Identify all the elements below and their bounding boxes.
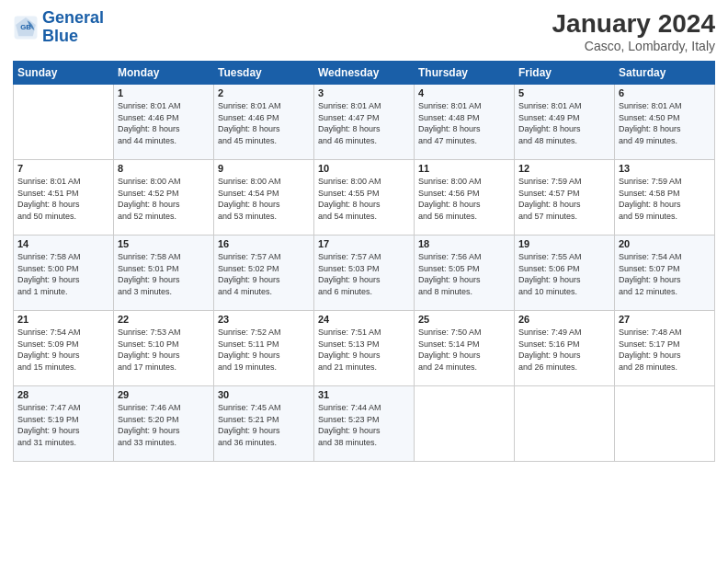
- calendar-cell: 24Sunrise: 7:51 AM Sunset: 5:13 PM Dayli…: [314, 311, 415, 386]
- day-number: 23: [218, 314, 310, 325]
- day-info: Sunrise: 7:50 AM Sunset: 5:14 PM Dayligh…: [418, 327, 510, 373]
- calendar-cell: 3Sunrise: 8:01 AM Sunset: 4:47 PM Daylig…: [314, 85, 415, 160]
- calendar-week-2: 7Sunrise: 8:01 AM Sunset: 4:51 PM Daylig…: [14, 160, 715, 236]
- month-title: January 2024: [552, 9, 715, 39]
- calendar-cell: 16Sunrise: 7:57 AM Sunset: 5:02 PM Dayli…: [214, 236, 314, 311]
- calendar-header-row: SundayMondayTuesdayWednesdayThursdayFrid…: [14, 62, 715, 85]
- day-number: 4: [418, 87, 510, 98]
- day-info: Sunrise: 7:56 AM Sunset: 5:05 PM Dayligh…: [418, 251, 510, 297]
- day-info: Sunrise: 8:01 AM Sunset: 4:50 PM Dayligh…: [619, 100, 711, 146]
- calendar-cell: 21Sunrise: 7:54 AM Sunset: 5:09 PM Dayli…: [14, 311, 114, 386]
- calendar-cell: 17Sunrise: 7:57 AM Sunset: 5:03 PM Dayli…: [314, 236, 415, 311]
- calendar-cell: 20Sunrise: 7:54 AM Sunset: 5:07 PM Dayli…: [615, 236, 715, 311]
- calendar-cell: [415, 386, 515, 462]
- day-info: Sunrise: 7:44 AM Sunset: 5:23 PM Dayligh…: [318, 402, 410, 448]
- day-number: 13: [619, 163, 711, 174]
- day-info: Sunrise: 7:53 AM Sunset: 5:10 PM Dayligh…: [118, 327, 210, 373]
- calendar-cell: 14Sunrise: 7:58 AM Sunset: 5:00 PM Dayli…: [14, 236, 114, 311]
- calendar-cell: 6Sunrise: 8:01 AM Sunset: 4:50 PM Daylig…: [615, 85, 715, 160]
- calendar-cell: 5Sunrise: 8:01 AM Sunset: 4:49 PM Daylig…: [515, 85, 615, 160]
- day-info: Sunrise: 7:47 AM Sunset: 5:19 PM Dayligh…: [17, 402, 109, 448]
- calendar-cell: 1Sunrise: 8:01 AM Sunset: 4:46 PM Daylig…: [114, 85, 214, 160]
- day-info: Sunrise: 7:55 AM Sunset: 5:06 PM Dayligh…: [518, 251, 610, 297]
- day-number: 10: [318, 163, 410, 174]
- day-info: Sunrise: 7:49 AM Sunset: 5:16 PM Dayligh…: [518, 327, 610, 373]
- day-info: Sunrise: 8:01 AM Sunset: 4:47 PM Dayligh…: [318, 100, 410, 146]
- calendar-cell: 26Sunrise: 7:49 AM Sunset: 5:16 PM Dayli…: [515, 311, 615, 386]
- day-number: 28: [17, 389, 109, 400]
- day-info: Sunrise: 8:00 AM Sunset: 4:52 PM Dayligh…: [118, 176, 210, 222]
- day-info: Sunrise: 7:58 AM Sunset: 5:00 PM Dayligh…: [17, 251, 109, 297]
- calendar-week-5: 28Sunrise: 7:47 AM Sunset: 5:19 PM Dayli…: [14, 386, 715, 462]
- day-info: Sunrise: 8:01 AM Sunset: 4:48 PM Dayligh…: [418, 100, 510, 146]
- day-info: Sunrise: 8:00 AM Sunset: 4:54 PM Dayligh…: [218, 176, 310, 222]
- calendar-cell: 25Sunrise: 7:50 AM Sunset: 5:14 PM Dayli…: [415, 311, 515, 386]
- calendar-cell: 19Sunrise: 7:55 AM Sunset: 5:06 PM Dayli…: [515, 236, 615, 311]
- calendar-cell: 15Sunrise: 7:58 AM Sunset: 5:01 PM Dayli…: [114, 236, 214, 311]
- day-number: 1: [118, 87, 210, 98]
- calendar-cell: [515, 386, 615, 462]
- calendar-cell: 18Sunrise: 7:56 AM Sunset: 5:05 PM Dayli…: [415, 236, 515, 311]
- day-number: 6: [619, 87, 711, 98]
- day-number: 8: [118, 163, 210, 174]
- calendar-cell: 23Sunrise: 7:52 AM Sunset: 5:11 PM Dayli…: [214, 311, 314, 386]
- calendar-cell: 31Sunrise: 7:44 AM Sunset: 5:23 PM Dayli…: [314, 386, 415, 462]
- calendar-cell: 10Sunrise: 8:00 AM Sunset: 4:55 PM Dayli…: [314, 160, 415, 236]
- day-info: Sunrise: 8:01 AM Sunset: 4:51 PM Dayligh…: [17, 176, 109, 222]
- day-info: Sunrise: 7:54 AM Sunset: 5:09 PM Dayligh…: [17, 327, 109, 373]
- day-info: Sunrise: 7:57 AM Sunset: 5:02 PM Dayligh…: [218, 251, 310, 297]
- calendar-cell: 12Sunrise: 7:59 AM Sunset: 4:57 PM Dayli…: [515, 160, 615, 236]
- day-info: Sunrise: 7:48 AM Sunset: 5:17 PM Dayligh…: [619, 327, 711, 373]
- header-friday: Friday: [515, 62, 615, 85]
- calendar-cell: 2Sunrise: 8:01 AM Sunset: 4:46 PM Daylig…: [214, 85, 314, 160]
- day-number: 30: [218, 389, 310, 400]
- day-number: 3: [318, 87, 410, 98]
- calendar-cell: 8Sunrise: 8:00 AM Sunset: 4:52 PM Daylig…: [114, 160, 214, 236]
- calendar-cell: 22Sunrise: 7:53 AM Sunset: 5:10 PM Dayli…: [114, 311, 214, 386]
- day-number: 7: [17, 163, 109, 174]
- day-number: 26: [518, 314, 610, 325]
- calendar-cell: 4Sunrise: 8:01 AM Sunset: 4:48 PM Daylig…: [415, 85, 515, 160]
- logo-text: GeneralBlue: [42, 9, 104, 46]
- calendar-cell: 11Sunrise: 8:00 AM Sunset: 4:56 PM Dayli…: [415, 160, 515, 236]
- day-number: 24: [318, 314, 410, 325]
- day-number: 31: [318, 389, 410, 400]
- calendar-cell: 29Sunrise: 7:46 AM Sunset: 5:20 PM Dayli…: [114, 386, 214, 462]
- location: Casco, Lombardy, Italy: [552, 39, 715, 53]
- calendar-cell: 30Sunrise: 7:45 AM Sunset: 5:21 PM Dayli…: [214, 386, 314, 462]
- day-info: Sunrise: 7:57 AM Sunset: 5:03 PM Dayligh…: [318, 251, 410, 297]
- day-info: Sunrise: 8:00 AM Sunset: 4:56 PM Dayligh…: [418, 176, 510, 222]
- day-number: 2: [218, 87, 310, 98]
- calendar-cell: 28Sunrise: 7:47 AM Sunset: 5:19 PM Dayli…: [14, 386, 114, 462]
- day-info: Sunrise: 7:59 AM Sunset: 4:57 PM Dayligh…: [518, 176, 610, 222]
- calendar-cell: 7Sunrise: 8:01 AM Sunset: 4:51 PM Daylig…: [14, 160, 114, 236]
- day-number: 11: [418, 163, 510, 174]
- logo: GB GeneralBlue: [13, 9, 104, 46]
- day-number: 22: [118, 314, 210, 325]
- logo-icon: GB: [13, 15, 39, 40]
- header-wednesday: Wednesday: [314, 62, 415, 85]
- day-number: 18: [418, 238, 510, 249]
- day-number: 29: [118, 389, 210, 400]
- calendar-cell: [14, 85, 114, 160]
- day-info: Sunrise: 8:01 AM Sunset: 4:46 PM Dayligh…: [118, 100, 210, 146]
- title-block: January 2024 Casco, Lombardy, Italy: [552, 9, 715, 53]
- header-monday: Monday: [114, 62, 214, 85]
- day-number: 15: [118, 238, 210, 249]
- day-number: 12: [518, 163, 610, 174]
- header-saturday: Saturday: [615, 62, 715, 85]
- day-info: Sunrise: 7:59 AM Sunset: 4:58 PM Dayligh…: [619, 176, 711, 222]
- day-number: 14: [17, 238, 109, 249]
- day-number: 17: [318, 238, 410, 249]
- calendar-table: SundayMondayTuesdayWednesdayThursdayFrid…: [13, 61, 715, 462]
- calendar-week-4: 21Sunrise: 7:54 AM Sunset: 5:09 PM Dayli…: [14, 311, 715, 386]
- day-info: Sunrise: 7:45 AM Sunset: 5:21 PM Dayligh…: [218, 402, 310, 448]
- day-info: Sunrise: 7:51 AM Sunset: 5:13 PM Dayligh…: [318, 327, 410, 373]
- day-info: Sunrise: 8:01 AM Sunset: 4:49 PM Dayligh…: [518, 100, 610, 146]
- day-number: 9: [218, 163, 310, 174]
- day-number: 21: [17, 314, 109, 325]
- page-header: GB GeneralBlue January 2024 Casco, Lomba…: [13, 9, 715, 53]
- day-info: Sunrise: 8:00 AM Sunset: 4:55 PM Dayligh…: [318, 176, 410, 222]
- page-container: GB GeneralBlue January 2024 Casco, Lomba…: [0, 0, 728, 471]
- header-sunday: Sunday: [14, 62, 114, 85]
